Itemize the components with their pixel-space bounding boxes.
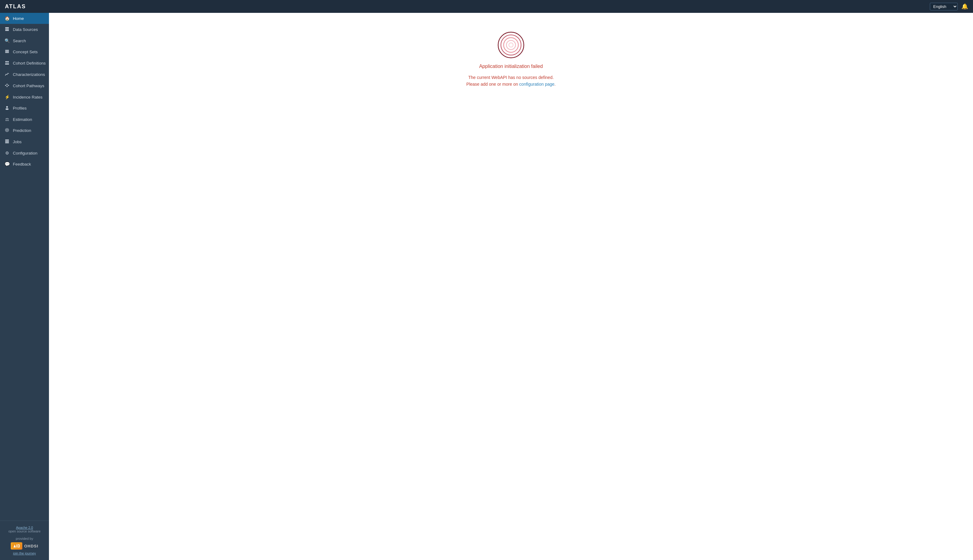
sidebar-item-configuration[interactable]: ⚙ Configuration [0,147,49,158]
error-line2: Please add one or more on [466,82,519,87]
sidebar-label-cohort-definitions: Cohort Definitions [13,61,46,65]
sidebar-label-incidence-rates: Incidence Rates [13,95,43,100]
svg-point-30 [498,32,524,58]
svg-rect-23 [5,140,9,140]
sidebar-label-feedback: Feedback [13,162,31,167]
sidebar-item-search[interactable]: 🔍 Search [0,35,49,46]
svg-point-32 [504,38,518,52]
svg-point-33 [506,40,516,50]
error-title: Application initialization failed [479,63,543,69]
sidebar-item-cohort-pathways[interactable]: Cohort Pathways [0,80,49,92]
home-icon: 🏠 [4,16,10,21]
gear-icon: ⚙ [4,150,10,155]
sidebar-label-home: Home [13,16,24,21]
sidebar-label-prediction: Prediction [13,128,31,133]
svg-point-19 [5,108,8,110]
sidebar-label-configuration: Configuration [13,151,37,155]
sidebar-label-data-sources: Data Sources [13,27,38,32]
svg-point-10 [5,85,6,86]
sidebar-label-cohort-pathways: Cohort Pathways [13,83,44,88]
sidebar-item-data-sources[interactable]: Data Sources [0,24,49,35]
svg-point-9 [7,63,9,65]
error-line1: The current WebAPI has no sources define… [468,75,553,80]
search-icon: 🔍 [4,38,10,43]
open-source-label: open source software [8,529,40,533]
chat-icon: 💬 [4,162,10,167]
top-bar: ATLAS English 🔔 [0,0,973,13]
notification-bell-icon[interactable]: 🔔 [961,3,968,10]
svg-rect-3 [5,50,9,51]
concentric-circles-logo [497,31,525,59]
provided-by-label: provided by [16,537,33,540]
error-panel: Application initialization failed The cu… [466,31,556,88]
svg-rect-25 [5,142,9,143]
tag-icon [4,49,10,55]
svg-point-34 [509,43,513,47]
pathways-icon [4,83,10,88]
svg-point-7 [7,61,9,63]
sidebar-item-incidence-rates[interactable]: ⚡ Incidence Rates [0,92,49,103]
svg-rect-1 [5,29,9,30]
sidebar-nav: 🏠 Home Data Sources 🔍 Search [0,13,49,520]
ohdsi-logo: OHDSI [3,542,46,550]
configuration-page-link[interactable]: configuration page [519,82,555,87]
svg-point-8 [5,63,7,65]
svg-rect-28 [17,544,17,547]
jobs-icon [4,139,10,145]
sidebar-label-profiles: Profiles [13,106,27,110]
svg-line-17 [8,85,8,87]
svg-point-18 [6,106,8,108]
svg-rect-0 [5,27,9,28]
prediction-icon [4,128,10,133]
sidebar-item-feedback[interactable]: 💬 Feedback [0,158,49,170]
error-body: The current WebAPI has no sources define… [466,74,556,88]
svg-line-15 [6,85,7,87]
sidebar-item-prediction[interactable]: Prediction [0,125,49,136]
svg-rect-5 [5,52,9,53]
profile-icon [4,105,10,111]
sidebar-label-jobs: Jobs [13,140,22,144]
lightning-icon: ⚡ [4,95,10,100]
sidebar-label-concept-sets: Concept Sets [13,50,38,54]
sidebar-item-characterizations[interactable]: Characterizations [0,69,49,80]
apache-license-link[interactable]: Apache 2.0 [16,526,33,529]
main-content: Application initialization failed The cu… [49,13,973,560]
top-bar-right: English 🔔 [930,3,968,10]
svg-rect-4 [5,51,9,52]
error-period: . [555,82,556,87]
sidebar-label-estimation: Estimation [13,117,32,122]
sidebar: 🏠 Home Data Sources 🔍 Search [0,13,49,560]
sidebar-label-search: Search [13,38,26,43]
scales-icon: ⚖ [4,117,10,122]
sidebar-label-characterizations: Characterizations [13,72,45,77]
svg-line-14 [6,85,7,86]
svg-point-6 [5,61,7,63]
sidebar-item-jobs[interactable]: Jobs [0,136,49,147]
svg-rect-24 [5,141,9,142]
join-journey-link[interactable]: join the journey [13,552,36,555]
svg-rect-2 [5,30,9,31]
sidebar-item-estimation[interactable]: ⚖ Estimation [0,114,49,125]
svg-point-11 [7,84,8,85]
sidebar-item-profiles[interactable]: Profiles [0,103,49,114]
ohdsi-badge-icon [11,542,22,550]
language-select[interactable]: English [930,3,958,10]
svg-point-12 [7,86,8,87]
chart-icon [4,72,10,77]
sidebar-item-cohort-definitions[interactable]: Cohort Definitions [0,58,49,69]
main-layout: 🏠 Home Data Sources 🔍 Search [0,13,973,560]
ohdsi-text: OHDSI [24,544,38,548]
sidebar-footer: Apache 2.0 open source software provided… [0,520,49,560]
svg-line-16 [8,85,8,86]
svg-point-13 [8,85,9,86]
database-icon [4,27,10,32]
cohort-icon [4,61,10,66]
sidebar-item-concept-sets[interactable]: Concept Sets [0,46,49,58]
sidebar-item-home[interactable]: 🏠 Home [0,13,49,24]
app-logo: ATLAS [5,3,26,10]
